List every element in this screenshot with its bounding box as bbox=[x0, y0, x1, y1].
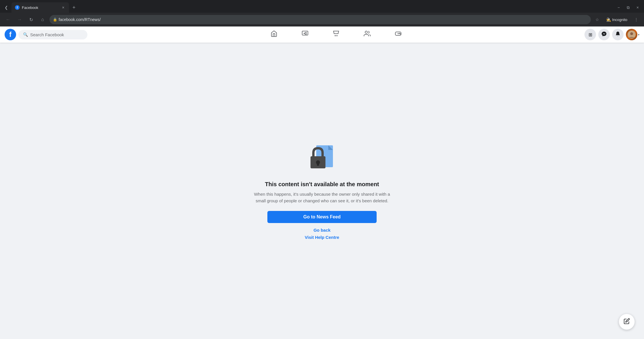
incognito-label: Incognito bbox=[612, 18, 627, 22]
marketplace-nav-icon bbox=[333, 30, 340, 39]
incognito-button[interactable]: 🕵 Incognito bbox=[604, 16, 630, 23]
facebook-logo[interactable]: f bbox=[5, 29, 16, 40]
main-content: This content isn't available at the mome… bbox=[0, 43, 644, 339]
address-bar-input[interactable] bbox=[49, 15, 591, 24]
tab-list-button[interactable]: ❮ bbox=[2, 4, 10, 11]
chevron-down-icon: ▾ bbox=[638, 33, 639, 36]
minimize-button[interactable]: − bbox=[615, 4, 623, 11]
tab-title: Facebook bbox=[22, 5, 59, 10]
nav-watch-button[interactable] bbox=[290, 28, 320, 41]
incognito-icon: 🕵 bbox=[606, 17, 611, 22]
home-button[interactable]: ⌂ bbox=[38, 15, 47, 24]
svg-rect-16 bbox=[317, 162, 319, 166]
browser-chrome: ❮ f Facebook × + − ⧉ × ← → ↻ ⌂ 🔒 ☆ 🕵 Inc… bbox=[0, 0, 644, 26]
error-description: When this happens, it's usually because … bbox=[250, 191, 394, 204]
svg-point-11 bbox=[630, 32, 633, 35]
lock-icon: 🔒 bbox=[53, 18, 57, 22]
tab-favicon: f bbox=[15, 5, 20, 10]
facebook-nav bbox=[87, 28, 584, 41]
forward-button[interactable]: → bbox=[15, 15, 24, 24]
more-options-button[interactable]: ⋮ bbox=[632, 16, 641, 23]
header-actions: ⊞ bbox=[584, 29, 639, 40]
address-bar-container: 🔒 bbox=[49, 15, 591, 24]
messenger-button[interactable] bbox=[598, 29, 610, 40]
error-title: This content isn't available at the mome… bbox=[265, 181, 379, 188]
search-placeholder-text: Search Facebook bbox=[30, 32, 64, 37]
compose-button[interactable] bbox=[619, 314, 635, 330]
go-back-link[interactable]: Go back bbox=[313, 228, 330, 233]
svg-point-9 bbox=[400, 34, 400, 34]
nav-groups-button[interactable] bbox=[352, 28, 382, 41]
window-controls: − ⧉ × bbox=[615, 4, 642, 11]
menu-button[interactable]: ⊞ bbox=[584, 29, 596, 40]
error-illustration bbox=[305, 140, 339, 174]
svg-point-4 bbox=[365, 31, 367, 33]
address-bar-row: ← → ↻ ⌂ 🔒 ☆ 🕵 Incognito ⋮ bbox=[0, 13, 644, 26]
close-button[interactable]: × bbox=[634, 4, 642, 11]
avatar-dropdown[interactable]: ▾ bbox=[626, 29, 639, 40]
user-avatar[interactable] bbox=[626, 29, 637, 40]
tab-close-button[interactable]: × bbox=[61, 5, 66, 10]
error-container: This content isn't available at the mome… bbox=[250, 140, 394, 242]
nav-home-button[interactable] bbox=[259, 28, 289, 41]
menu-icon: ⊞ bbox=[589, 32, 592, 37]
go-to-news-feed-button[interactable]: Go to News Feed bbox=[267, 211, 377, 223]
search-bar[interactable]: 🔍 Search Facebook bbox=[18, 30, 87, 39]
visit-help-centre-link[interactable]: Visit Help Centre bbox=[305, 235, 339, 240]
home-nav-icon bbox=[271, 30, 277, 39]
svg-marker-1 bbox=[304, 32, 306, 35]
nav-gaming-button[interactable] bbox=[383, 28, 413, 41]
avatar-image bbox=[626, 29, 637, 40]
notifications-button[interactable] bbox=[612, 29, 624, 40]
watch-nav-icon bbox=[302, 30, 308, 39]
bell-icon bbox=[615, 31, 621, 38]
reload-button[interactable]: ↻ bbox=[26, 15, 36, 24]
nav-marketplace-button[interactable] bbox=[321, 28, 351, 41]
messenger-icon bbox=[601, 31, 607, 38]
svg-point-2 bbox=[335, 35, 336, 36]
bookmark-button[interactable]: ☆ bbox=[593, 16, 601, 23]
groups-nav-icon bbox=[364, 30, 371, 39]
svg-point-3 bbox=[337, 35, 337, 36]
active-tab[interactable]: f Facebook × bbox=[12, 2, 69, 13]
search-icon: 🔍 bbox=[23, 32, 28, 37]
restore-button[interactable]: ⧉ bbox=[624, 4, 632, 11]
compose-icon bbox=[624, 318, 630, 326]
tab-bar: ❮ f Facebook × + − ⧉ × bbox=[0, 0, 644, 13]
gaming-nav-icon bbox=[395, 30, 402, 39]
back-button[interactable]: ← bbox=[3, 15, 13, 24]
facebook-header: f 🔍 Search Facebook bbox=[0, 26, 644, 43]
new-tab-button[interactable]: + bbox=[70, 3, 78, 12]
